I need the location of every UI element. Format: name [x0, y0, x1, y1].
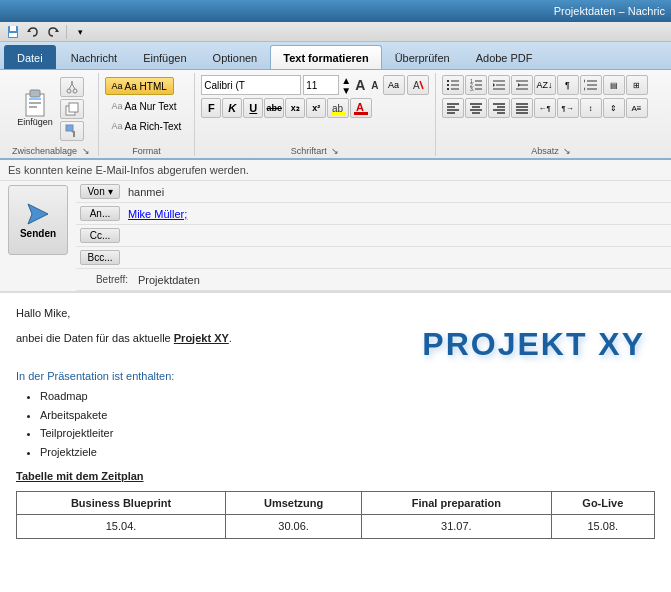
ribbon-body: Einfügen Zwischenablage ↘ Aa: [0, 70, 671, 160]
redo-button[interactable]: [44, 24, 62, 40]
von-button[interactable]: Von ▾: [80, 184, 120, 199]
an-value: Mike Müller;: [124, 206, 671, 222]
email-warning: Es konnten keine E-Mail-Infos abgerufen …: [0, 160, 671, 181]
zwischenablage-label: Zwischenablage ↘: [12, 144, 90, 156]
field-cc: Cc...: [76, 225, 671, 247]
tab-ueberprufen[interactable]: Überprüfen: [382, 45, 463, 69]
bcc-button[interactable]: Bcc...: [80, 250, 120, 265]
einfuegen-label: Einfügen: [17, 117, 53, 127]
numbered-list-button[interactable]: 1.2.3.: [465, 75, 487, 95]
save-button[interactable]: [4, 24, 22, 40]
font-grow-button[interactable]: A: [353, 77, 367, 93]
font-size-increase[interactable]: ▲: [341, 76, 351, 85]
list-item: Arbeitspakete: [40, 407, 655, 424]
header-rows: Von ▾ hanmei An... Mike Müller; Cc...: [76, 181, 671, 291]
tab-nachricht[interactable]: Nachricht: [58, 45, 130, 69]
align-center-button[interactable]: [465, 98, 487, 118]
svg-rect-9: [29, 106, 37, 108]
field-bcc: Bcc...: [76, 247, 671, 269]
copy-button[interactable]: [60, 99, 84, 119]
quick-access-toolbar: ▾: [0, 22, 671, 42]
font-size-decrease[interactable]: ▼: [341, 86, 351, 95]
clear-format-button[interactable]: A: [407, 75, 429, 95]
schriftart-label: Schriftart ↘: [201, 144, 428, 156]
svg-rect-26: [447, 80, 449, 82]
col-spacing-button[interactable]: ↕: [580, 98, 602, 118]
tab-optionen[interactable]: Optionen: [200, 45, 271, 69]
paragraph-mark-button[interactable]: ¶: [557, 75, 579, 95]
decrease-indent-button[interactable]: [488, 75, 510, 95]
betreff-value[interactable]: Projektdaten: [134, 272, 671, 288]
tab-einfuegen[interactable]: Einfügen: [130, 45, 199, 69]
einfuegen-button[interactable]: Einfügen: [12, 75, 58, 137]
font-size-arrows: ▲ ▼: [341, 76, 351, 95]
group-format: Aa Aa HTML Aa Aa Nur Text Aa Aa Rich-Tex…: [99, 73, 196, 156]
format-painter-button[interactable]: [60, 121, 84, 141]
rtl-button[interactable]: ←¶: [534, 98, 556, 118]
rich-text-button[interactable]: Aa Aa Rich-Text: [105, 117, 189, 135]
format-label: Format: [105, 144, 189, 156]
svg-rect-2: [9, 33, 17, 37]
group-absatz: 1.2.3. AZ↓ ¶ ▤ ⊞: [436, 73, 667, 156]
blue-label: In der Präsentation ist enthalten:: [16, 368, 655, 385]
html-format-button[interactable]: Aa Aa HTML: [105, 77, 174, 95]
list-item: Teilprojektleiter: [40, 425, 655, 442]
bcc-value[interactable]: [124, 256, 671, 260]
col-header: Business Blueprint: [17, 491, 226, 515]
undo-button[interactable]: [24, 24, 42, 40]
align-right-button[interactable]: [488, 98, 510, 118]
para1-link[interactable]: Projekt XY: [174, 332, 229, 344]
para1-before: anbei die Daten für das aktuelle: [16, 332, 174, 344]
list-item: Projektziele: [40, 444, 655, 461]
highlight-color-button[interactable]: ab: [327, 98, 349, 118]
an-button[interactable]: An...: [80, 206, 120, 221]
bullet-list: Roadmap Arbeitspakete Teilprojektleiter …: [40, 388, 655, 460]
cc-value[interactable]: [124, 234, 671, 238]
font-color-button[interactable]: A: [350, 98, 372, 118]
shading-button[interactable]: ▤: [603, 75, 625, 95]
sort-button[interactable]: AZ↓: [534, 75, 556, 95]
line-spacing-button[interactable]: [580, 75, 602, 95]
list-item: Roadmap: [40, 388, 655, 405]
underline-button[interactable]: U: [243, 98, 263, 118]
font-aa-button[interactable]: Aa: [383, 75, 405, 95]
font-name-input[interactable]: [201, 75, 301, 95]
tab-text-formatieren[interactable]: Text formatieren: [270, 45, 381, 69]
align-left-button[interactable]: [442, 98, 464, 118]
table-cell: 15.08.: [551, 515, 654, 539]
bullet-list-button[interactable]: [442, 75, 464, 95]
body-para1: anbei die Daten für das aktuelle Projekt…: [16, 330, 655, 347]
ltr-button[interactable]: ¶→: [557, 98, 579, 118]
absatz-label: Absatz ↘: [442, 144, 661, 156]
email-body: Hallo Mike, anbei die Daten für das aktu…: [0, 293, 671, 551]
projekt-xy-logo: PROJEKT XY: [422, 320, 645, 368]
subscript-button[interactable]: x₂: [285, 98, 305, 118]
table-row: 15.04. 30.06. 31.07. 15.08.: [17, 515, 655, 539]
send-button[interactable]: Senden: [8, 185, 68, 255]
plain-text-button[interactable]: Aa Aa Nur Text: [105, 97, 184, 115]
col-header: Go-Live: [551, 491, 654, 515]
increase-indent-button[interactable]: [511, 75, 533, 95]
bold-button[interactable]: F: [201, 98, 221, 118]
para-spacing-button[interactable]: ⇕: [603, 98, 625, 118]
cut-button[interactable]: [60, 77, 84, 97]
cc-button[interactable]: Cc...: [80, 228, 120, 243]
svg-text:A: A: [356, 101, 364, 113]
font-shrink-button[interactable]: A: [369, 80, 380, 91]
table-cell: 30.06.: [226, 515, 362, 539]
strikethrough-button[interactable]: abe: [264, 98, 284, 118]
svg-rect-28: [447, 84, 449, 86]
customize-button[interactable]: ▾: [71, 24, 89, 40]
font-size-input[interactable]: [303, 75, 339, 95]
italic-button[interactable]: K: [222, 98, 242, 118]
style-button[interactable]: A≡: [626, 98, 648, 118]
group-zwischenablage: Einfügen Zwischenablage ↘: [4, 73, 99, 156]
svg-rect-23: [331, 112, 345, 115]
superscript-button[interactable]: x²: [306, 98, 326, 118]
tab-adobe-pdf[interactable]: Adobe PDF: [463, 45, 546, 69]
svg-rect-17: [66, 125, 73, 131]
border-button[interactable]: ⊞: [626, 75, 648, 95]
tab-datei[interactable]: Datei: [4, 45, 56, 69]
justify-button[interactable]: [511, 98, 533, 118]
field-an: An... Mike Müller;: [76, 203, 671, 225]
